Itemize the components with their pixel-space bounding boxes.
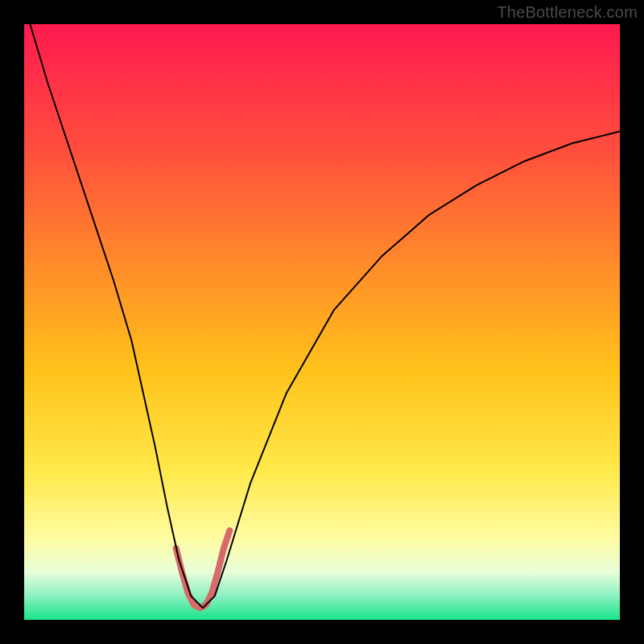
curve-layer (24, 24, 620, 620)
bottleneck-curve (30, 24, 620, 608)
plot-area (24, 24, 620, 620)
chart-frame: TheBottleneck.com (0, 0, 644, 644)
highlight-segment (176, 530, 230, 608)
watermark-text: TheBottleneck.com (497, 3, 638, 22)
